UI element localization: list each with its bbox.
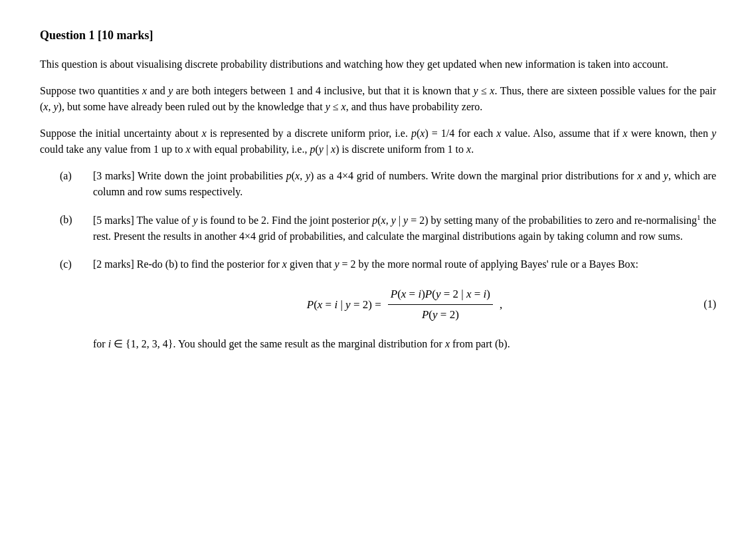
formula-fraction: P(x = i)P(y = 2 | x = i) P(y = 2) <box>385 286 496 323</box>
fraction-numerator: P(x = i)P(y = 2 | x = i) <box>388 286 493 305</box>
intro-paragraph-2: Suppose two quantities x and y are both … <box>40 83 716 115</box>
formula-number: (1) <box>704 296 716 312</box>
question-title: Question 1 [10 marks] <box>40 27 716 45</box>
part-b-content: [5 marks] The value of y is found to be … <box>93 212 716 244</box>
part-c: (c) [2 marks] Re-do (b) to find the post… <box>60 256 716 363</box>
parts-list: (a) [3 marks] Write down the joint proba… <box>60 168 716 363</box>
formula-lhs: P(x = i | y = 2) = <box>307 296 381 314</box>
part-b: (b) [5 marks] The value of y is found to… <box>60 212 716 244</box>
part-a: (a) [3 marks] Write down the joint proba… <box>60 168 716 200</box>
part-c-label: (c) <box>60 256 93 272</box>
part-c-conclusion: for i ∈ {1, 2, 3, 4}. You should get the… <box>93 336 716 352</box>
part-a-content: [3 marks] Write down the joint probabili… <box>93 168 716 200</box>
intro-paragraph-1: This question is about visualising discr… <box>40 56 716 72</box>
part-b-label: (b) <box>60 212 93 228</box>
formula-content: P(x = i | y = 2) = P(x = i)P(y = 2 | x =… <box>307 286 503 323</box>
formula-comma: , <box>500 296 502 314</box>
part-c-intro: [2 marks] Re-do (b) to find the posterio… <box>93 256 716 272</box>
intro-paragraph-3: Suppose the initial uncertainty about x … <box>40 126 716 157</box>
question-container: Question 1 [10 marks] This question is a… <box>40 27 716 363</box>
formula-block: P(x = i | y = 2) = P(x = i)P(y = 2 | x =… <box>93 286 716 323</box>
fraction-denominator: P(y = 2) <box>419 305 462 324</box>
part-c-content: [2 marks] Re-do (b) to find the posterio… <box>93 256 716 363</box>
part-a-label: (a) <box>60 168 93 184</box>
